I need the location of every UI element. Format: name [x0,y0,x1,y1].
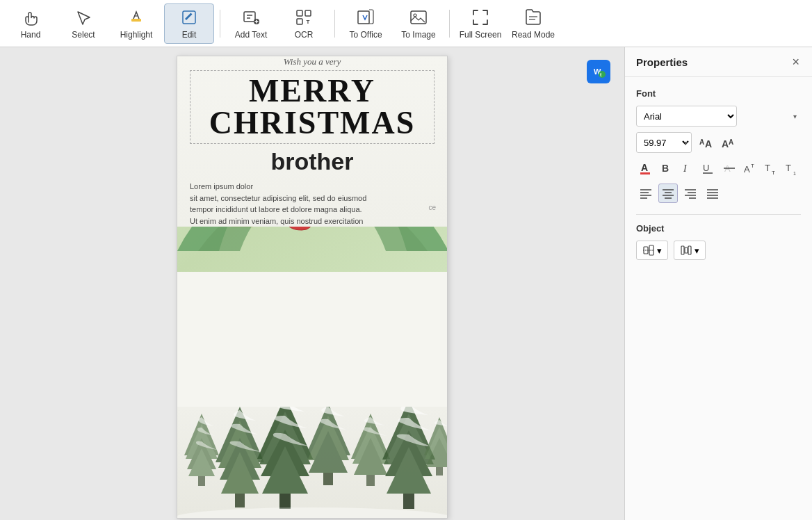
fullscreen-button[interactable]: Full Screen [455,3,505,44]
svg-rect-10 [305,10,311,16]
svg-rect-167 [685,247,688,253]
svg-rect-105 [235,494,245,507]
select-icon [74,8,93,27]
underline-button[interactable]: U [699,159,717,178]
svg-text:A: A [744,164,750,174]
svg-text:T: T [786,163,791,173]
readmode-button[interactable]: Read Mode [508,3,558,44]
svg-text:A: A [722,138,729,149]
svg-text:T: T [307,19,310,25]
svg-text:U: U [703,163,709,173]
readmode-icon [523,8,543,27]
select-label: Select [72,30,95,40]
close-button[interactable]: × [790,56,801,68]
svg-rect-11 [297,19,302,24]
svg-rect-123 [403,494,414,509]
font-increase-button[interactable]: A A [696,133,715,152]
svg-rect-9 [297,10,302,16]
properties-panel: Properties × Font Arial Times New Roman … [624,47,812,520]
addtext-label: Add Text [235,30,267,40]
subscript-button[interactable]: T T [762,159,780,178]
separator-1 [220,10,220,38]
toimage-icon [409,8,428,27]
svg-rect-134 [640,172,650,174]
align-left-button[interactable] [636,184,656,203]
tooffice-button[interactable]: To Office [341,3,391,44]
strikethrough-button[interactable]: A [720,159,738,178]
svg-text:I: I [683,163,688,174]
edit-button[interactable]: Edit [164,3,214,44]
bold-button[interactable]: B [657,159,675,178]
panel-header: Properties × [625,47,812,77]
main-area: W t [0,47,812,520]
hand-icon [21,8,40,27]
panel-title: Properties [636,56,688,68]
close-icon: × [792,55,799,69]
canvas-area: W t [0,47,624,520]
superscript-button[interactable]: A T [741,159,759,178]
object-section-label: Object [636,223,801,234]
section-divider [636,214,801,215]
object-align-chevron: ▾ [657,245,662,256]
font-size-select[interactable]: 59.97 8 10 12 14 24 36 48 72 [636,132,692,153]
ocr-icon: T [294,8,314,27]
svg-rect-127 [436,467,443,476]
highlight-button[interactable]: Highlight [111,3,161,44]
svg-text:A: A [641,162,648,173]
align-center-button[interactable] [658,184,678,203]
separator-3 [449,10,450,38]
font-decrease-button[interactable]: A A [718,133,738,152]
svg-rect-168 [688,246,691,254]
addtext-icon [241,8,261,27]
font-section: Font Arial Times New Roman Calibri Georg… [636,88,801,203]
separator-2 [334,10,335,38]
edit-label: Edit [182,30,197,40]
addtext-button[interactable]: Add Text [226,3,276,44]
edit-icon [179,8,199,27]
panel-content: Font Arial Times New Roman Calibri Georg… [625,77,812,520]
lorem-text: Lorem ipsum dolorsit amet, consectetur a… [190,181,435,227]
svg-text:A: A [729,138,733,146]
hand-button[interactable]: Hand [6,3,56,44]
subscript2-button[interactable]: T 1 [783,159,801,178]
christmas-trees-bottom [177,407,447,518]
fullscreen-label: Full Screen [460,30,502,40]
svg-text:B: B [662,163,669,174]
svg-text:A: A [699,138,704,146]
svg-rect-118 [366,475,375,486]
wish-text: Wish you a very [190,56,435,67]
object-section: Object ▾ [636,223,801,260]
font-family-select[interactable]: Arial Times New Roman Calibri Georgia Ve… [636,106,737,127]
italic-button[interactable]: I [678,159,696,178]
ocr-button[interactable]: T OCR [279,3,329,44]
object-align-button[interactable]: ▾ [636,241,668,260]
subtitle: brother [190,148,435,175]
svg-rect-3 [244,12,255,22]
hand-label: Hand [21,30,41,40]
toimage-label: To Image [401,30,435,40]
highlight-label: Highlight [120,30,153,40]
ocr-label: OCR [295,30,314,40]
tooffice-icon [356,8,375,27]
text-color-button[interactable]: A [636,159,654,178]
svg-rect-114 [323,473,333,485]
object-distribute-button[interactable]: ▾ [674,241,706,260]
document-card: Wish you a very MERRYCHRISTMAS brother L… [177,56,448,519]
align-justify-button[interactable] [703,184,722,203]
readmode-label: Read Mode [512,30,555,40]
font-section-label: Font [636,88,801,99]
toimage-button[interactable]: To Image [393,3,444,44]
tooffice-label: To Office [349,30,382,40]
svg-rect-0 [131,19,141,22]
main-title: MERRYCHRISTMAS [197,75,427,139]
fullscreen-icon [471,8,490,27]
object-distribute-chevron: ▾ [695,245,699,256]
svg-text:T: T [751,163,754,169]
align-right-button[interactable] [681,184,700,203]
translate-button[interactable]: W t [587,60,610,83]
select-button[interactable]: Select [58,3,108,44]
svg-rect-166 [681,246,684,254]
svg-text:T: T [772,170,775,176]
toolbar: Hand Select Highlight E [0,0,812,47]
svg-text:A: A [705,138,712,149]
